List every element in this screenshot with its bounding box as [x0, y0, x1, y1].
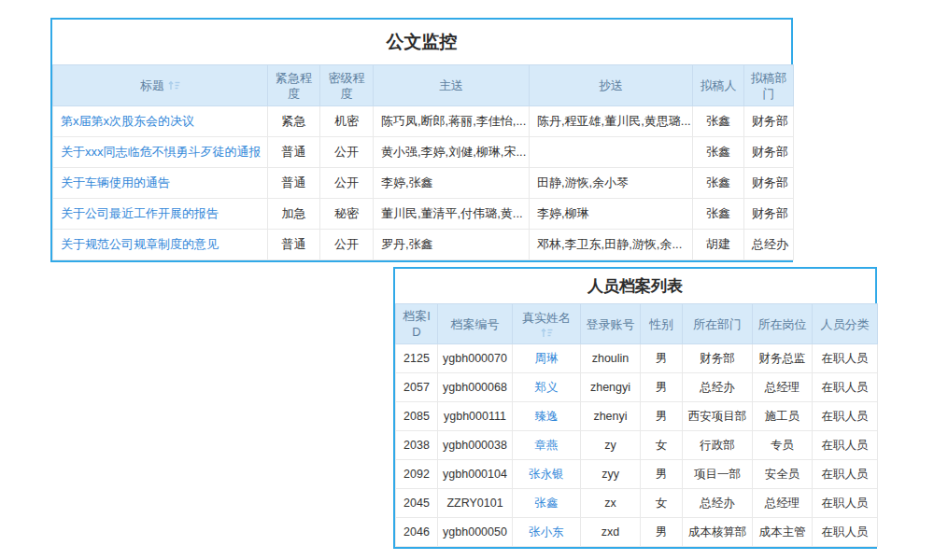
cell: ZZRY0101: [438, 489, 513, 518]
column-header: 紧急程度: [268, 65, 320, 106]
cell: 安全员: [753, 460, 813, 489]
cell: 张鑫: [693, 168, 744, 199]
cell: 李婷,柳琳: [530, 199, 693, 230]
cell: zhengyi: [581, 373, 641, 402]
cell: 加急: [268, 199, 320, 230]
cell: 张鑫: [693, 137, 744, 168]
column-header: 所在岗位: [753, 304, 813, 344]
cell: 行政部: [683, 431, 753, 460]
column-header: 档案ID: [396, 304, 438, 344]
column-header-label: 拟稿人: [700, 78, 737, 92]
column-header: 所在部门: [683, 304, 753, 344]
personnel-panel: 人员档案列表 档案ID档案编号真实姓名登录账号性别所在部门所在岗位人员分类 21…: [393, 267, 877, 549]
cell: ygbh000068: [438, 373, 513, 402]
cell: 2046: [396, 518, 438, 547]
record-link[interactable]: 周琳: [513, 344, 581, 373]
table-row: 关于规范公司规章制度的意见普通公开罗丹,张鑫邓林,李卫东,田静,游恢,余...胡…: [53, 230, 794, 260]
sort-icon[interactable]: [168, 80, 180, 91]
column-header: 抄送: [530, 65, 693, 106]
table-row: 2046ygbh000050张小东zxd男成本核算部成本主管在职人员: [396, 518, 878, 547]
cell: 施工员: [753, 402, 813, 431]
record-link[interactable]: 第x届第x次股东会的决议: [53, 106, 268, 137]
record-link[interactable]: 张永银: [513, 460, 581, 489]
cell: 财务部: [744, 106, 794, 137]
column-header[interactable]: 标题: [53, 65, 268, 106]
column-header-label: 紧急程度: [276, 71, 312, 101]
cell: zyy: [581, 460, 641, 489]
cell: ygbh000104: [438, 460, 513, 489]
cell: 2038: [396, 431, 438, 460]
table-row: 2085ygbh000111臻逸zhenyi男西安项目部施工员在职人员: [396, 402, 878, 431]
cell: 在职人员: [813, 344, 878, 373]
record-link[interactable]: 章燕: [513, 431, 581, 460]
column-header: 登录账号: [581, 304, 641, 344]
cell: 总经办: [683, 373, 753, 402]
column-header: 性别: [641, 304, 683, 344]
cell: ygbh000070: [438, 344, 513, 373]
cell: 项目一部: [683, 460, 753, 489]
cell: 秘密: [320, 199, 374, 230]
cell: 男: [641, 344, 683, 373]
record-link[interactable]: 关于xxx同志临危不惧勇斗歹徒的通报: [53, 137, 268, 168]
column-header-label: 性别: [649, 317, 673, 331]
cell: 财务部: [683, 344, 753, 373]
record-link[interactable]: 郑义: [513, 373, 581, 402]
table-row: 关于车辆使用的通告普通公开李婷,张鑫田静,游恢,余小琴张鑫财务部: [53, 168, 794, 199]
record-link[interactable]: 关于公司最近工作开展的报告: [53, 199, 268, 230]
table-row: 关于xxx同志临危不惧勇斗歹徒的通报普通公开黄小强,李婷,刘健,柳琳,宋...张…: [53, 137, 794, 168]
column-header: 人员分类: [813, 304, 878, 344]
cell: 2125: [396, 344, 438, 373]
record-link[interactable]: 张鑫: [513, 489, 581, 518]
column-header-label: 主送: [439, 78, 463, 92]
cell: 男: [641, 518, 683, 547]
column-header-label: 密级程度: [329, 71, 365, 101]
sort-icon[interactable]: [541, 328, 553, 338]
cell: 田静,游恢,余小琴: [530, 168, 693, 199]
cell: zhoulin: [581, 344, 641, 373]
cell: 公开: [320, 230, 374, 260]
cell: ygbh000111: [438, 402, 513, 431]
column-header-label: 拟稿部门: [751, 71, 787, 101]
cell: 胡建: [693, 230, 744, 260]
cell: 张鑫: [693, 199, 744, 230]
cell: ygbh000050: [438, 518, 513, 547]
column-header[interactable]: 真实姓名: [513, 304, 581, 344]
cell: 机密: [320, 106, 374, 137]
page: 公文监控 标题紧急程度密级程度主送抄送拟稿人拟稿部门 第x届第x次股东会的决议紧…: [0, 0, 934, 560]
cell: 财务部: [744, 137, 794, 168]
column-header-label: 人员分类: [821, 317, 870, 331]
record-link[interactable]: 臻逸: [513, 402, 581, 431]
column-header-label: 所在部门: [693, 317, 742, 331]
cell: 邓林,李卫东,田静,游恢,余...: [530, 230, 693, 260]
doc-monitor-title: 公文监控: [52, 20, 791, 64]
column-header-label: 所在岗位: [758, 317, 807, 331]
cell: 总经理: [753, 373, 813, 402]
record-link[interactable]: 张小东: [513, 518, 581, 547]
header-row: 档案ID档案编号真实姓名登录账号性别所在部门所在岗位人员分类: [396, 304, 878, 344]
cell: 黄小强,李婷,刘健,柳琳,宋...: [374, 137, 530, 168]
record-link[interactable]: 关于车辆使用的通告: [53, 168, 268, 199]
table-row: 2125ygbh000070周琳zhoulin男财务部财务总监在职人员: [396, 344, 878, 373]
column-header-label: 标题: [140, 78, 164, 92]
column-header-label: 抄送: [599, 78, 623, 92]
cell: 李婷,张鑫: [374, 168, 530, 199]
cell: zxd: [581, 518, 641, 547]
table-row: 2038ygbh000038章燕zy女行政部专员在职人员: [396, 431, 878, 460]
cell: 在职人员: [813, 518, 878, 547]
column-header-label: 真实姓名: [522, 311, 571, 325]
record-link[interactable]: 关于规范公司规章制度的意见: [53, 230, 268, 260]
column-header: 档案编号: [438, 304, 513, 344]
cell: 总经办: [744, 230, 794, 260]
personnel-table: 档案ID档案编号真实姓名登录账号性别所在部门所在岗位人员分类 2125ygbh0…: [395, 303, 878, 547]
cell: zhenyi: [581, 402, 641, 431]
cell: ygbh000038: [438, 431, 513, 460]
cell: 男: [641, 373, 683, 402]
table-row: 2092ygbh000104张永银zyy男项目一部安全员在职人员: [396, 460, 878, 489]
cell: 在职人员: [813, 460, 878, 489]
cell: 总经办: [683, 489, 753, 518]
cell: 2045: [396, 489, 438, 518]
cell: 男: [641, 460, 683, 489]
doc-monitor-panel: 公文监控 标题紧急程度密级程度主送抄送拟稿人拟稿部门 第x届第x次股东会的决议紧…: [50, 18, 793, 262]
column-header: 密级程度: [320, 65, 374, 106]
cell: 陈丹,程亚雄,董川民,黄思璐...: [530, 106, 693, 137]
